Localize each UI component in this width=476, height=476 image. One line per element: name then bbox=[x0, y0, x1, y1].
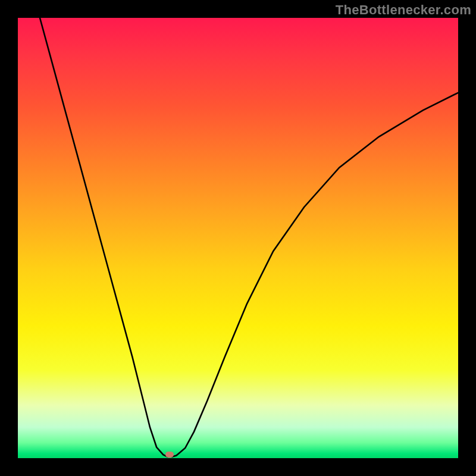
watermark-text: TheBottlenecker.com bbox=[336, 2, 471, 18]
bottleneck-curve-path bbox=[40, 18, 458, 457]
chart-frame: TheBottlenecker.com bbox=[0, 0, 476, 476]
optimal-marker bbox=[165, 452, 174, 458]
plot-area bbox=[18, 18, 458, 458]
curve-svg bbox=[18, 18, 458, 458]
